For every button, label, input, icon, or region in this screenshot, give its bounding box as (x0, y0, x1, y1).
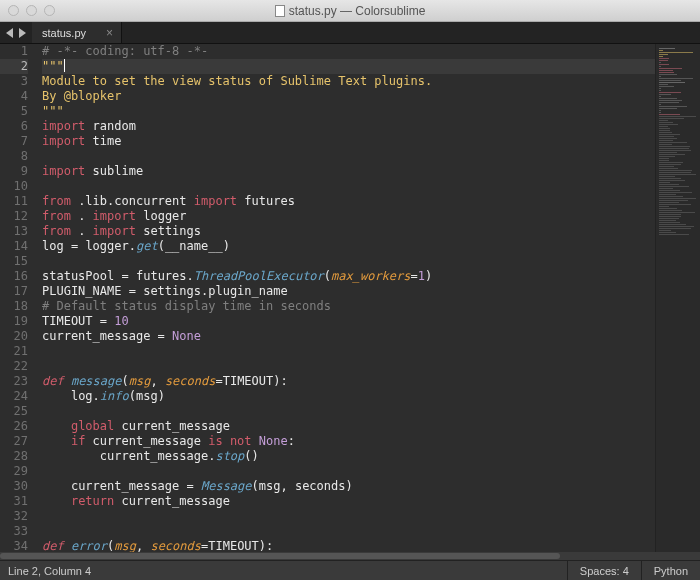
cursor-position: Line 2, Column 4 (0, 561, 103, 580)
code-line[interactable]: Module to set the view status of Sublime… (42, 74, 655, 89)
line-number: 3 (0, 74, 28, 89)
line-number: 4 (0, 89, 28, 104)
close-tab-icon[interactable]: × (106, 26, 113, 40)
code-line[interactable]: log = logger.get(__name__) (42, 239, 655, 254)
text-cursor (64, 59, 65, 72)
line-number: 14 (0, 239, 28, 254)
code-line[interactable]: """ (42, 104, 655, 119)
code-line[interactable] (42, 254, 655, 269)
code-line[interactable] (42, 524, 655, 539)
line-number: 28 (0, 449, 28, 464)
code-line[interactable]: from . import settings (42, 224, 655, 239)
code-line[interactable]: import time (42, 134, 655, 149)
code-line[interactable]: statusPool = futures.ThreadPoolExecutor(… (42, 269, 655, 284)
status-bar: Line 2, Column 4 Spaces: 4 Python (0, 560, 700, 580)
forward-button[interactable] (19, 28, 26, 38)
line-number: 16 (0, 269, 28, 284)
code-line[interactable]: log.info(msg) (42, 389, 655, 404)
tab-label: status.py (42, 27, 86, 39)
minimap[interactable] (655, 44, 700, 560)
line-number: 8 (0, 149, 28, 164)
document-icon (275, 5, 285, 17)
close-window-button[interactable] (8, 5, 19, 16)
line-number: 12 (0, 209, 28, 224)
code-line[interactable]: def message(msg, seconds=TIMEOUT): (42, 374, 655, 389)
code-line[interactable] (42, 509, 655, 524)
line-number: 22 (0, 359, 28, 374)
code-line[interactable]: if current_message is not None: (42, 434, 655, 449)
line-number: 1 (0, 44, 28, 59)
code-line[interactable] (42, 344, 655, 359)
code-line[interactable] (42, 149, 655, 164)
code-line[interactable]: from .lib.concurrent import futures (42, 194, 655, 209)
code-line[interactable] (42, 464, 655, 479)
line-number: 30 (0, 479, 28, 494)
code-line[interactable] (42, 404, 655, 419)
line-number: 29 (0, 464, 28, 479)
scrollbar-thumb[interactable] (0, 553, 560, 559)
horizontal-scrollbar[interactable] (0, 552, 700, 560)
window-title: status.py — Colorsublime (0, 4, 700, 18)
line-number: 23 (0, 374, 28, 389)
zoom-window-button[interactable] (44, 5, 55, 16)
line-number: 13 (0, 224, 28, 239)
line-number: 19 (0, 314, 28, 329)
line-number: 5 (0, 104, 28, 119)
code-line[interactable]: By @blopker (42, 89, 655, 104)
history-nav (0, 22, 32, 43)
tab-bar: status.py × (0, 22, 700, 44)
line-number: 18 (0, 299, 28, 314)
line-number: 24 (0, 389, 28, 404)
line-number: 27 (0, 434, 28, 449)
code-line[interactable] (42, 359, 655, 374)
line-number: 26 (0, 419, 28, 434)
macos-titlebar: status.py — Colorsublime (0, 0, 700, 22)
indent-selector[interactable]: Spaces: 4 (567, 561, 641, 580)
line-number: 21 (0, 344, 28, 359)
code-line[interactable]: """ (42, 59, 655, 74)
code-line[interactable]: global current_message (42, 419, 655, 434)
line-number: 33 (0, 524, 28, 539)
code-line[interactable]: import sublime (42, 164, 655, 179)
line-number: 11 (0, 194, 28, 209)
line-number: 2 (0, 59, 28, 74)
line-number: 17 (0, 284, 28, 299)
code-line[interactable]: from . import logger (42, 209, 655, 224)
code-line[interactable]: # -*- coding: utf-8 -*- (42, 44, 655, 59)
code-line[interactable]: current_message = Message(msg, seconds) (42, 479, 655, 494)
line-number: 32 (0, 509, 28, 524)
line-number-gutter: 1234567891011121314151617181920212223242… (0, 44, 36, 560)
line-number: 25 (0, 404, 28, 419)
syntax-selector[interactable]: Python (641, 561, 700, 580)
code-line[interactable]: return current_message (42, 494, 655, 509)
code-line[interactable]: # Default status display time in seconds (42, 299, 655, 314)
line-number: 7 (0, 134, 28, 149)
code-line[interactable]: import random (42, 119, 655, 134)
line-number: 10 (0, 179, 28, 194)
code-area[interactable]: # -*- coding: utf-8 -*-"""Module to set … (36, 44, 655, 560)
code-line[interactable]: current_message = None (42, 329, 655, 344)
line-number: 15 (0, 254, 28, 269)
code-line[interactable] (42, 179, 655, 194)
traffic-lights (8, 5, 55, 16)
line-number: 31 (0, 494, 28, 509)
line-number: 20 (0, 329, 28, 344)
line-number: 9 (0, 164, 28, 179)
tab-status-py[interactable]: status.py × (32, 22, 122, 43)
code-line[interactable]: current_message.stop() (42, 449, 655, 464)
minimize-window-button[interactable] (26, 5, 37, 16)
line-number: 6 (0, 119, 28, 134)
editor[interactable]: 1234567891011121314151617181920212223242… (0, 44, 700, 560)
back-button[interactable] (6, 28, 13, 38)
code-line[interactable]: PLUGIN_NAME = settings.plugin_name (42, 284, 655, 299)
code-line[interactable]: TIMEOUT = 10 (42, 314, 655, 329)
